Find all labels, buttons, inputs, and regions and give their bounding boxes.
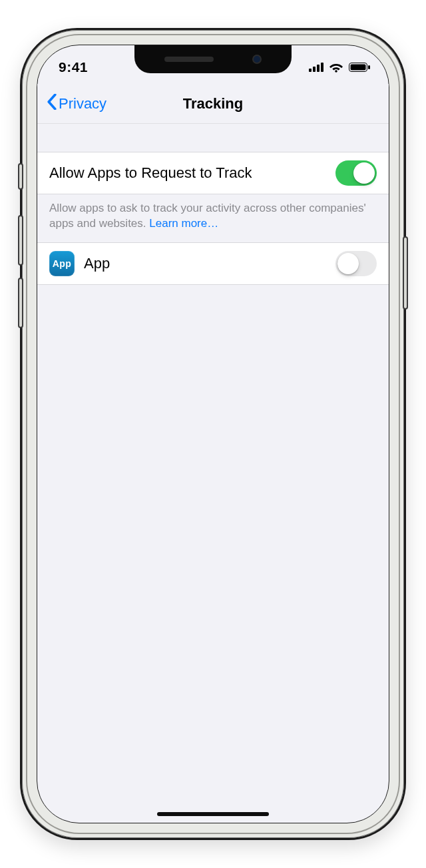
svg-rect-1 bbox=[313, 67, 316, 72]
stage: 9:41 bbox=[0, 0, 426, 868]
row-allow-tracking: Allow Apps to Request to Track bbox=[37, 152, 389, 194]
status-time: 9:41 bbox=[59, 59, 88, 75]
row-app: App App bbox=[37, 242, 389, 285]
svg-rect-2 bbox=[317, 65, 320, 72]
back-label: Privacy bbox=[59, 95, 106, 112]
earpiece-speaker bbox=[164, 57, 214, 62]
notch bbox=[134, 45, 292, 73]
battery-icon bbox=[349, 63, 370, 72]
nav-bar: Privacy Tracking bbox=[37, 84, 389, 124]
page-title: Tracking bbox=[183, 95, 243, 112]
svg-rect-0 bbox=[309, 69, 312, 72]
cellular-icon bbox=[309, 63, 323, 72]
status-icons bbox=[309, 62, 370, 73]
allow-tracking-explain: Allow apps to ask to track your activity… bbox=[37, 194, 389, 242]
allow-tracking-toggle[interactable] bbox=[335, 160, 377, 186]
home-indicator[interactable] bbox=[157, 812, 269, 816]
allow-tracking-label: Allow Apps to Request to Track bbox=[49, 164, 252, 182]
svg-rect-3 bbox=[321, 63, 323, 72]
svg-point-4 bbox=[335, 70, 337, 73]
screen: 9:41 bbox=[37, 45, 389, 823]
mute-switch[interactable] bbox=[18, 163, 23, 190]
chevron-left-icon bbox=[47, 94, 57, 114]
phone-frame: 9:41 bbox=[20, 28, 406, 840]
svg-rect-7 bbox=[368, 65, 370, 69]
svg-rect-6 bbox=[351, 65, 366, 71]
back-button[interactable]: Privacy bbox=[47, 94, 106, 114]
wifi-icon bbox=[329, 62, 343, 73]
volume-down-button[interactable] bbox=[18, 278, 23, 328]
app-name: App bbox=[84, 255, 110, 272]
app-tracking-toggle[interactable] bbox=[335, 251, 377, 276]
power-button[interactable] bbox=[403, 236, 408, 310]
app-icon: App bbox=[49, 251, 75, 276]
volume-up-button[interactable] bbox=[18, 215, 23, 266]
front-camera bbox=[252, 55, 262, 64]
spacer bbox=[37, 124, 389, 152]
learn-more-link[interactable]: Learn more… bbox=[149, 217, 218, 230]
